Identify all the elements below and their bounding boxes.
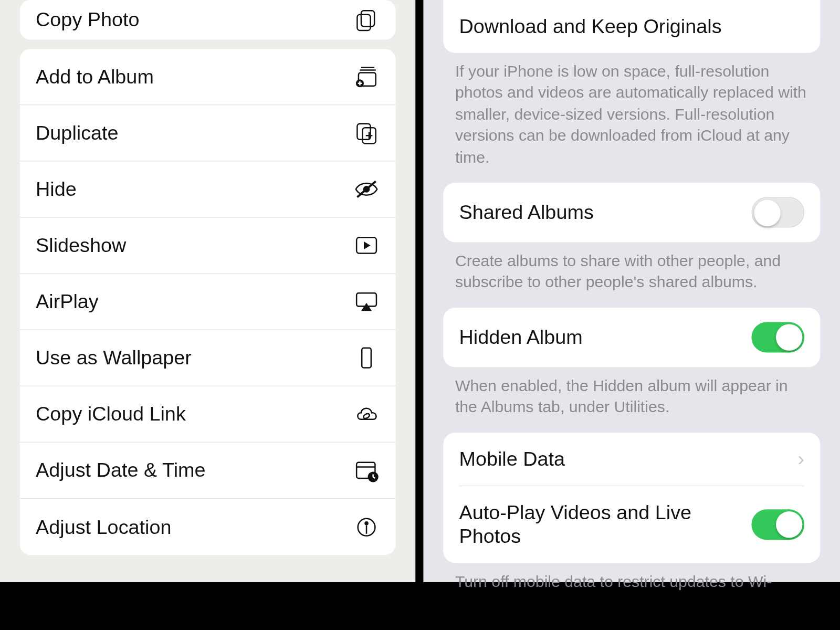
airplay-icon xyxy=(353,288,380,314)
setting-label: Shared Albums xyxy=(459,201,593,224)
download-originals-card: Download and Keep Originals xyxy=(443,0,820,53)
setting-label: Hidden Album xyxy=(459,326,582,349)
copy-photo-icon xyxy=(353,7,380,33)
autoplay-caption: Turn off mobile data to restrict updates… xyxy=(423,563,840,592)
action-list: Add to Album Duplicate Hide Slideshow xyxy=(20,49,396,555)
shared-albums-caption: Create albums to share with other people… xyxy=(423,242,840,307)
hidden-album-toggle[interactable] xyxy=(751,322,804,352)
setting-shared-albums[interactable]: Shared Albums xyxy=(443,183,820,242)
cloud-link-icon xyxy=(353,401,380,427)
action-airplay[interactable]: AirPlay xyxy=(20,274,396,330)
setting-autoplay[interactable]: Auto-Play Videos and Live Photos xyxy=(443,486,820,562)
phone-rect-icon xyxy=(353,344,380,371)
action-add-to-album[interactable]: Add to Album xyxy=(20,49,396,105)
play-rect-icon xyxy=(353,232,380,258)
shared-albums-toggle[interactable] xyxy=(751,197,804,227)
action-label: AirPlay xyxy=(36,290,99,313)
download-originals-caption: If your iPhone is low on space, full-res… xyxy=(423,53,840,183)
action-label: Copy Photo xyxy=(36,8,140,31)
setting-label: Mobile Data xyxy=(459,447,565,470)
action-copy-icloud-link[interactable]: Copy iCloud Link xyxy=(20,386,396,443)
shared-albums-card: Shared Albums xyxy=(443,183,820,242)
action-hide[interactable]: Hide xyxy=(20,161,396,217)
action-label: Slideshow xyxy=(36,234,126,257)
action-label: Copy iCloud Link xyxy=(36,403,186,425)
action-label: Add to Album xyxy=(36,66,154,88)
action-adjust-location[interactable]: Adjust Location xyxy=(20,499,396,555)
svg-marker-17 xyxy=(361,303,372,311)
duplicate-icon xyxy=(353,120,380,146)
setting-download-originals[interactable]: Download and Keep Originals xyxy=(443,0,820,53)
mobile-data-card: Mobile Data › Auto-Play Videos and Live … xyxy=(443,432,820,562)
svg-rect-0 xyxy=(361,10,374,26)
pane-divider xyxy=(415,0,423,582)
photos-settings: Download and Keep Originals If your iPho… xyxy=(423,0,840,582)
calendar-clock-icon xyxy=(353,457,380,484)
setting-hidden-album[interactable]: Hidden Album xyxy=(443,308,820,367)
action-adjust-date-time[interactable]: Adjust Date & Time xyxy=(20,443,396,499)
eye-slash-icon xyxy=(353,176,380,202)
action-label: Use as Wallpaper xyxy=(36,346,192,369)
action-label: Adjust Location xyxy=(36,516,171,538)
setting-label: Auto-Play Videos and Live Photos xyxy=(459,500,723,548)
location-pin-icon xyxy=(353,513,380,540)
svg-point-19 xyxy=(363,413,371,419)
action-duplicate[interactable]: Duplicate xyxy=(20,105,396,161)
album-add-icon xyxy=(353,64,380,90)
action-slideshow[interactable]: Slideshow xyxy=(20,218,396,274)
setting-mobile-data[interactable]: Mobile Data › xyxy=(443,432,820,485)
setting-label: Download and Keep Originals xyxy=(459,15,721,38)
svg-point-26 xyxy=(364,521,369,525)
action-label: Hide xyxy=(36,178,77,201)
photo-action-sheet: Copy Photo Add to Album Duplicate Hide xyxy=(0,0,415,582)
svg-rect-1 xyxy=(357,15,370,30)
action-copy-photo[interactable]: Copy Photo xyxy=(20,0,396,40)
action-label: Adjust Date & Time xyxy=(36,459,206,481)
action-label: Duplicate xyxy=(36,122,119,144)
action-use-as-wallpaper[interactable]: Use as Wallpaper xyxy=(20,330,396,386)
svg-rect-18 xyxy=(362,348,371,368)
hidden-album-caption: When enabled, the Hidden album will appe… xyxy=(423,367,840,432)
autoplay-toggle[interactable] xyxy=(751,509,804,540)
chevron-right-icon: › xyxy=(798,447,805,470)
hidden-album-card: Hidden Album xyxy=(443,308,820,367)
svg-marker-15 xyxy=(364,242,371,249)
